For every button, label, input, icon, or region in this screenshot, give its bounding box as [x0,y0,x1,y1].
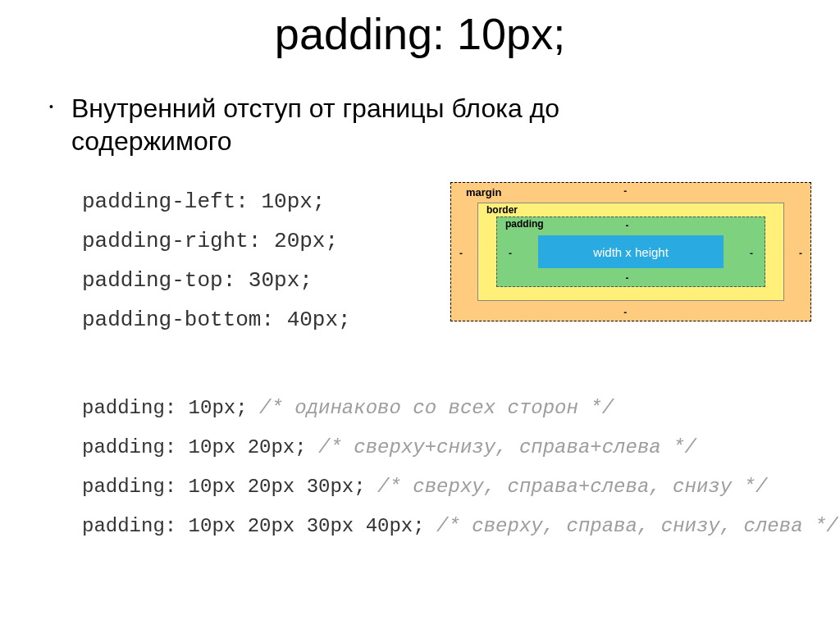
example-code: padding: 10px 20px 30px; [82,476,366,498]
box-model-diagram: margin - - - - border padding - - - - wi… [450,182,811,321]
bullet-marker: • [49,92,53,121]
padding-box: padding - - - - width x height [496,217,765,287]
content-box: width x height [538,235,724,268]
dash-mark: - [799,248,802,259]
bullet-row: • Внутренний отступ от границы блока до … [0,92,840,157]
example-line: padding: 10px; /* одинаково со всех стор… [82,389,840,428]
example-code: padding: 10px; [82,397,248,419]
code-line: padding-top: 30px; [82,261,351,300]
padding-label: padding [505,218,544,230]
dash-mark: - [509,248,512,259]
slide-title: padding: 10px; [0,8,840,59]
border-box: border padding - - - - width x height [477,203,784,301]
example-line: padding: 10px 20px; /* сверху+снизу, спр… [82,428,840,467]
example-comment: /* сверху+снизу, справа+слева */ [318,436,696,458]
dash-mark: - [623,307,627,318]
margin-label: margin [466,186,501,198]
dash-mark: - [459,248,463,259]
code-line: padding-left: 10px; [82,182,351,221]
dash-mark: - [625,220,628,231]
padding-sides-code: padding-left: 10px; padding-right: 20px;… [82,182,351,340]
example-comment: /* сверху, справа+слева, снизу */ [377,476,767,498]
bullet-text: Внутренний отступ от границы блока до со… [71,92,646,157]
dash-mark: - [750,248,753,259]
border-label: border [486,204,518,216]
code-line: padding-right: 20px; [82,221,351,261]
example-code: padding: 10px 20px; [82,436,307,458]
example-line: padding: 10px 20px 30px; /* сверху, спра… [82,467,840,507]
example-code: padding: 10px 20px 30px 40px; [82,515,425,537]
example-comment: /* одинаково со всех сторон */ [259,397,614,419]
middle-section: padding-left: 10px; padding-right: 20px;… [0,182,840,340]
example-line: padding: 10px 20px 30px 40px; /* сверху,… [82,507,840,546]
code-line: padding-bottom: 40px; [82,300,351,340]
dash-mark: - [623,185,627,197]
example-comment: /* сверху, справа, снизу, слева */ [436,515,838,537]
shorthand-examples: padding: 10px; /* одинаково со всех стор… [0,389,840,546]
dash-mark: - [625,272,628,284]
